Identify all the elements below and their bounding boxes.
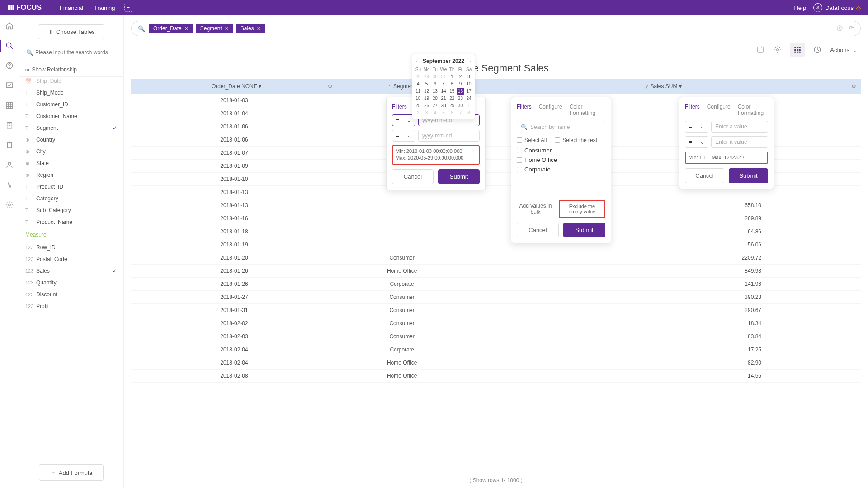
cal-day[interactable]: 30 <box>431 73 439 80</box>
date-submit[interactable]: Submit <box>438 169 480 184</box>
seg-tab-filters[interactable]: Filters <box>517 104 532 116</box>
clipboard-icon[interactable] <box>5 141 14 149</box>
actions-menu[interactable]: Actions ⌄ <box>830 47 857 53</box>
col-header-0[interactable]: ⫯Order_Date NONE ▾⚙ <box>131 79 337 94</box>
remove-pill-icon[interactable]: ✕ <box>225 26 229 32</box>
cal-day[interactable]: 21 <box>439 95 448 102</box>
cal-day[interactable]: 3 <box>465 73 473 80</box>
cal-day[interactable]: 29 <box>448 102 456 109</box>
table-row[interactable]: 2018-01-13658.10 <box>131 199 861 212</box>
cal-day[interactable]: 15 <box>448 88 456 95</box>
gear-icon[interactable]: ⚙ <box>328 83 333 90</box>
cal-day[interactable]: 13 <box>431 88 439 95</box>
attr-product_name[interactable]: TProduct_Name <box>19 216 123 228</box>
cal-day[interactable]: 30 <box>457 102 465 109</box>
table-row[interactable]: 2018-01-26Corporate141.96 <box>131 278 861 291</box>
measure-profit[interactable]: 123Profit <box>19 300 123 312</box>
sales-cancel[interactable]: Cancel <box>685 168 724 183</box>
table-row[interactable]: 2018-01-20Consumer2209.72 <box>131 251 861 265</box>
cal-day[interactable]: 1 <box>448 73 456 80</box>
sales-tab-filters[interactable]: Filters <box>685 104 700 116</box>
cal-day[interactable]: 27 <box>431 102 439 109</box>
cal-day[interactable]: 2 <box>414 109 422 116</box>
cal-day[interactable]: 6 <box>431 81 439 87</box>
seg-tab-color[interactable]: Color Formatting <box>570 104 605 116</box>
help-link[interactable]: Help <box>794 5 806 11</box>
cal-day[interactable]: 17 <box>465 88 473 95</box>
table-row[interactable]: 2018-02-08Home Office14.56 <box>131 370 861 383</box>
select-rest[interactable]: Select the rest <box>555 137 597 143</box>
sales-submit[interactable]: Submit <box>729 168 768 183</box>
cal-day[interactable]: 22 <box>448 95 456 102</box>
cal-day[interactable]: 10 <box>465 81 473 87</box>
table-row[interactable]: 2018-01-31Consumer290.67 <box>131 304 861 317</box>
home-icon[interactable] <box>5 22 14 30</box>
attr-state[interactable]: ⊕State <box>19 157 123 169</box>
attr-country[interactable]: ⊕Country <box>19 134 123 146</box>
user-menu[interactable]: DataFocus ◇ <box>813 3 861 12</box>
pill-order_date[interactable]: Order_Date✕ <box>149 24 193 33</box>
seg-submit[interactable]: Submit <box>563 223 605 237</box>
cal-day[interactable]: 25 <box>414 102 422 109</box>
cal-day[interactable]: 20 <box>431 95 439 102</box>
gear-icon[interactable]: ⚙ <box>851 83 856 90</box>
gear-icon[interactable] <box>773 45 782 54</box>
cal-day[interactable]: 4 <box>414 81 422 87</box>
table-row[interactable]: 2018-01-27Consumer390.23 <box>131 291 861 304</box>
activity-icon[interactable] <box>5 181 14 189</box>
choose-tables-button[interactable]: ⫼ Choose Tables <box>38 24 104 39</box>
table-row[interactable]: 2018-02-04Corporate17.25 <box>131 343 861 356</box>
pin-icon[interactable] <box>756 45 765 54</box>
sales-input-2[interactable]: Enter a value <box>711 136 768 148</box>
sales-tab-configure[interactable]: Configure <box>707 104 731 116</box>
attr-region[interactable]: ⊕Region <box>19 169 123 181</box>
cal-day[interactable]: 31 <box>439 73 448 80</box>
attr-sub_category[interactable]: TSub_Category <box>19 204 123 216</box>
refresh-button[interactable]: ⟳ <box>849 24 854 33</box>
table-view-icon[interactable] <box>790 43 805 57</box>
table-row[interactable]: 2018-01-16269.89 <box>131 212 861 225</box>
sales-tab-color[interactable]: Color Formatting <box>738 104 768 116</box>
col-header-2[interactable]: ⫯Sales SUM ▾⚙ <box>467 79 861 94</box>
attribute-search-input[interactable] <box>25 47 117 58</box>
seg-option-corporate[interactable]: Corporate <box>517 166 605 173</box>
measure-row_id[interactable]: 123Row_ID <box>19 242 123 253</box>
attr-segment[interactable]: TSegment <box>19 122 123 134</box>
help-icon[interactable] <box>5 62 14 70</box>
user-icon-sb[interactable] <box>5 161 14 169</box>
cal-day[interactable]: 28 <box>414 73 422 80</box>
table-row[interactable]: 2018-01-26Home Office849.93 <box>131 265 861 278</box>
date-tab-filters[interactable]: Filters <box>392 104 407 110</box>
cal-day[interactable]: 5 <box>423 81 431 87</box>
cal-day[interactable]: 18 <box>414 95 422 102</box>
clear-button[interactable]: ⓧ <box>837 24 843 33</box>
seg-option-home-office[interactable]: Home Office <box>517 156 605 163</box>
dashboard-icon[interactable] <box>5 81 14 90</box>
attr-customer_id[interactable]: TCustomer_ID <box>19 99 123 110</box>
remove-pill-icon[interactable]: ✕ <box>184 26 189 32</box>
cal-day[interactable]: 11 <box>414 88 422 95</box>
seg-tab-configure[interactable]: Configure <box>539 104 562 116</box>
settings-icon[interactable] <box>5 201 14 209</box>
cal-day[interactable]: 1 <box>465 102 473 109</box>
sales-input-1[interactable]: Enter a value <box>711 121 768 133</box>
cal-day[interactable]: 24 <box>465 95 473 102</box>
pill-sales[interactable]: Sales✕ <box>236 24 265 33</box>
show-relationship[interactable]: ∞ Show Relationship <box>19 63 123 77</box>
measure-postal_code[interactable]: 123Postal_Code <box>19 253 123 265</box>
cal-day[interactable]: 9 <box>457 81 465 87</box>
chart-view-icon[interactable] <box>813 45 822 54</box>
add-formula-button[interactable]: ＋ Add Formula <box>39 464 104 481</box>
docs-icon[interactable] <box>5 121 14 129</box>
table-row[interactable]: 2018-02-04Home Office82.90 <box>131 356 861 370</box>
cal-day[interactable]: 29 <box>423 73 431 80</box>
cal-day[interactable]: 4 <box>431 109 439 116</box>
cal-day[interactable]: 12 <box>423 88 431 95</box>
grid-icon[interactable] <box>5 101 14 109</box>
attr-product_id[interactable]: TProduct_ID <box>19 181 123 193</box>
seg-option-consumer[interactable]: Consumer <box>517 147 605 154</box>
cal-day[interactable]: 8 <box>448 81 456 87</box>
search-icon[interactable] <box>5 42 14 50</box>
date-op-2[interactable]: =⌄ <box>392 130 415 142</box>
seg-cancel[interactable]: Cancel <box>517 223 559 237</box>
